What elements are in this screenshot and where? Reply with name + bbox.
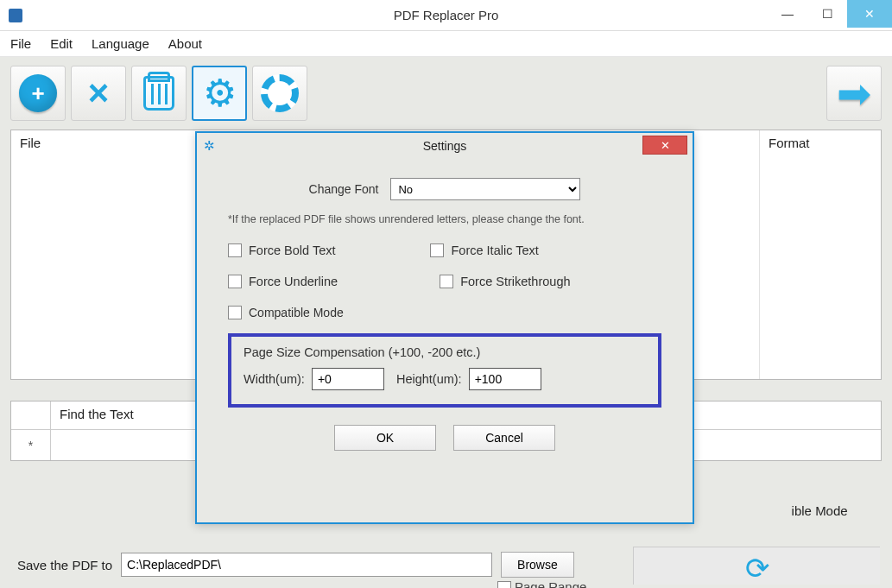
- refresh-icon[interactable]: ⟳: [745, 551, 769, 585]
- compatible-mode-label: ible Mode: [792, 497, 868, 525]
- force-italic-item: Force Italic Text: [430, 243, 538, 257]
- close-button[interactable]: ✕: [847, 0, 892, 28]
- width-input[interactable]: [312, 368, 384, 390]
- help-icon: [261, 74, 299, 112]
- plus-icon: +: [19, 74, 57, 112]
- bold-italic-row: Force Bold Text Force Italic Text: [228, 243, 661, 257]
- force-strike-item: Force Strikethrough: [440, 275, 570, 288]
- width-height-row: Width(um): Height(um):: [244, 368, 646, 390]
- width-label: Width(um):: [244, 372, 305, 386]
- minimize-button[interactable]: —: [768, 0, 807, 28]
- find-table-corner: [11, 401, 51, 429]
- change-font-label: Change Font: [309, 182, 379, 196]
- trash-icon: [143, 76, 174, 111]
- app-icon: [9, 9, 22, 22]
- menu-language[interactable]: Language: [92, 36, 149, 51]
- settings-dialog: ✲ Settings ✕ Change Font No *If the repl…: [195, 131, 694, 524]
- ok-button[interactable]: OK: [334, 425, 436, 451]
- compatible-mode-label-dlg: Compatible Mode: [249, 306, 344, 319]
- change-font-select[interactable]: No: [390, 178, 580, 200]
- help-button[interactable]: [252, 66, 307, 121]
- dialog-titlebar: ✲ Settings ✕: [197, 133, 693, 159]
- page-size-label: Page Size Compensation (+100, -200 etc.): [244, 345, 646, 359]
- compatible-mode-item: Compatible Mode: [228, 306, 661, 319]
- menubar: File Edit Language About: [0, 31, 892, 57]
- menu-edit[interactable]: Edit: [50, 36, 73, 51]
- force-italic-checkbox[interactable]: [430, 243, 444, 257]
- maximize-button[interactable]: ☐: [807, 0, 847, 28]
- add-button[interactable]: +: [10, 66, 66, 121]
- dialog-close-button[interactable]: ✕: [642, 136, 687, 155]
- action-panel: ⟳: [633, 547, 880, 585]
- force-italic-label: Force Italic Text: [451, 243, 538, 257]
- dialog-buttons: OK Cancel: [228, 425, 661, 451]
- settings-button[interactable]: ⚙: [192, 66, 247, 121]
- force-strike-label: Force Strikethrough: [460, 275, 570, 288]
- save-path-input[interactable]: [121, 553, 492, 577]
- titlebar: PDF Replacer Pro — ☐ ✕: [0, 0, 892, 31]
- window-controls: — ☐ ✕: [768, 0, 892, 30]
- x-icon: ×: [88, 73, 110, 114]
- app-title: PDF Replacer Pro: [0, 8, 892, 22]
- dialog-body: Change Font No *If the replaced PDF file…: [197, 159, 693, 463]
- force-bold-item: Force Bold Text: [228, 243, 335, 257]
- menu-about[interactable]: About: [168, 36, 202, 51]
- format-column-header[interactable]: Format: [760, 130, 881, 379]
- force-bold-checkbox[interactable]: [228, 243, 242, 257]
- page-size-compensation-box: Page Size Compensation (+100, -200 etc.)…: [228, 333, 661, 408]
- force-underline-item: Force Underline: [228, 275, 338, 288]
- compatible-mode-checkbox[interactable]: [228, 306, 242, 319]
- force-underline-checkbox[interactable]: [228, 275, 242, 288]
- browse-button[interactable]: Browse: [501, 552, 574, 578]
- row-marker: *: [11, 430, 51, 460]
- toolbar: + × ⚙ ➡: [10, 66, 882, 121]
- page-range-label: Page Range: [515, 579, 586, 588]
- page-range-checkbox[interactable]: [497, 581, 511, 588]
- font-hint: *If the replaced PDF file shows unrender…: [228, 212, 661, 228]
- gear-icon: ⚙: [203, 74, 237, 112]
- start-button[interactable]: ➡: [826, 66, 882, 121]
- menu-file[interactable]: File: [10, 36, 31, 51]
- force-bold-label: Force Bold Text: [249, 243, 335, 257]
- change-font-row: Change Font No: [228, 178, 661, 200]
- trash-button[interactable]: [131, 66, 187, 121]
- remove-button[interactable]: ×: [71, 66, 126, 121]
- height-label: Height(um):: [396, 372, 462, 386]
- cancel-button[interactable]: Cancel: [453, 425, 555, 451]
- save-label: Save the PDF to: [17, 558, 112, 572]
- underline-strike-row: Force Underline Force Strikethrough: [228, 275, 661, 288]
- dialog-title: Settings: [197, 139, 693, 153]
- force-underline-label: Force Underline: [249, 275, 338, 288]
- height-input[interactable]: [469, 368, 541, 390]
- force-strike-checkbox[interactable]: [440, 275, 453, 288]
- arrow-right-icon: ➡: [837, 69, 871, 117]
